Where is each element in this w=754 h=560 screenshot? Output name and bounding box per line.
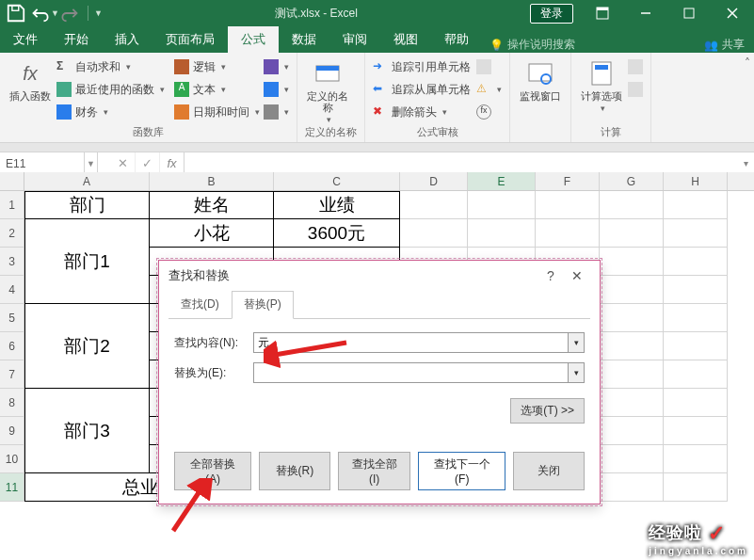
cell[interactable] (664, 473, 728, 502)
row-header-1[interactable]: 1 (0, 191, 24, 219)
cell[interactable] (400, 219, 468, 248)
find-dropdown-icon[interactable]: ▾ (568, 332, 585, 353)
cell[interactable] (600, 248, 664, 276)
insert-function-button[interactable]: fx 插入函数 (8, 56, 53, 102)
col-header-H[interactable]: H (664, 172, 728, 190)
share-button[interactable]: 👥 共享 (704, 37, 745, 53)
redo-icon[interactable] (61, 3, 82, 24)
tab-replace[interactable]: 替换(P) (232, 291, 294, 319)
cell[interactable] (468, 219, 536, 248)
minimize-icon[interactable] (624, 0, 667, 26)
datetime-button[interactable]: 日期和时间▾ (174, 102, 260, 122)
show-formulas-button[interactable] (476, 56, 502, 77)
autosum-button[interactable]: Σ自动求和▾ (56, 56, 165, 77)
replace-button[interactable]: 替换(R) (259, 452, 330, 490)
formula-input[interactable] (184, 152, 737, 174)
find-next-button[interactable]: 查找下一个(F) (418, 452, 505, 490)
cell[interactable] (664, 360, 728, 389)
find-input[interactable] (253, 332, 585, 353)
cell[interactable] (664, 332, 728, 360)
tab-home[interactable]: 开始 (51, 26, 102, 53)
lookup-button[interactable]: ▾ (264, 56, 289, 77)
tab-review[interactable]: 审阅 (329, 26, 380, 53)
cell[interactable] (24, 389, 150, 417)
cell[interactable] (664, 276, 728, 304)
row-header-2[interactable]: 2 (0, 219, 24, 248)
replace-dropdown-icon[interactable]: ▾ (568, 362, 585, 383)
cell[interactable]: 部门 (24, 191, 150, 219)
cell[interactable] (664, 417, 728, 445)
row-header-7[interactable]: 7 (0, 360, 24, 389)
cell[interactable] (664, 248, 728, 276)
watch-window-button[interactable]: 监视窗口 (518, 56, 563, 102)
qat-customize-icon[interactable]: ▼ (94, 8, 103, 18)
dialog-help-icon[interactable]: ? (537, 268, 564, 283)
row-header-9[interactable]: 9 (0, 417, 24, 445)
cell[interactable] (600, 191, 664, 219)
undo-icon[interactable] (28, 3, 49, 24)
replace-all-button[interactable]: 全部替换(A) (174, 452, 251, 490)
col-header-C[interactable]: C (274, 172, 400, 190)
more-fn-button[interactable]: ▾ (264, 102, 289, 122)
tab-view[interactable]: 视图 (380, 26, 431, 53)
close-button[interactable]: 关闭 (513, 452, 585, 490)
cell[interactable] (536, 191, 600, 219)
confirm-edit-icon[interactable]: ✓ (136, 152, 160, 174)
cell[interactable] (664, 191, 728, 219)
name-box[interactable]: E11 (0, 152, 85, 174)
cell[interactable] (24, 219, 150, 248)
fx-button[interactable]: fx (160, 152, 184, 174)
row-header-6[interactable]: 6 (0, 332, 24, 360)
name-box-dropdown-icon[interactable]: ▼ (85, 152, 98, 174)
cell[interactable] (600, 219, 664, 248)
col-header-D[interactable]: D (400, 172, 468, 190)
cell[interactable] (468, 191, 536, 219)
calc-options-button[interactable]: 计算选项 ▾ (579, 56, 624, 113)
cell[interactable] (400, 191, 468, 219)
cell[interactable] (24, 360, 150, 389)
row-header-8[interactable]: 8 (0, 389, 24, 417)
tab-layout[interactable]: 页面布局 (152, 26, 228, 53)
cell[interactable] (600, 304, 664, 332)
login-button[interactable]: 登录 (530, 4, 573, 24)
find-all-button[interactable]: 查找全部(I) (338, 452, 411, 490)
cell[interactable] (600, 417, 664, 445)
replace-input[interactable] (253, 362, 585, 383)
options-button[interactable]: 选项(T) >> (510, 398, 585, 424)
undo-dropdown-icon[interactable]: ▼ (51, 8, 59, 18)
col-header-A[interactable]: A (24, 172, 150, 190)
dialog-close-icon[interactable]: ✕ (564, 268, 590, 283)
calc-sheet-button[interactable] (628, 79, 643, 100)
cell[interactable] (664, 445, 728, 473)
row-header-4[interactable]: 4 (0, 276, 24, 304)
trace-precedents-button[interactable]: ➜追踪引用单元格 (373, 56, 471, 77)
cell[interactable] (24, 276, 150, 304)
cell[interactable]: 姓名 (150, 191, 274, 219)
cell[interactable] (600, 332, 664, 360)
cell[interactable]: 3600元 (274, 219, 400, 248)
cell[interactable] (600, 276, 664, 304)
cell[interactable]: 部门1 (24, 248, 150, 276)
defined-name-button[interactable]: 定义的名称 ▾ (305, 56, 350, 124)
tab-data[interactable]: 数据 (279, 26, 329, 53)
formula-expand-icon[interactable]: ▾ (737, 158, 754, 168)
row-header-5[interactable]: 5 (0, 304, 24, 332)
cell[interactable]: 业绩 (274, 191, 400, 219)
cell[interactable] (600, 389, 664, 417)
ribbon-collapse-icon[interactable]: ˄ (745, 56, 750, 70)
evaluate-button[interactable]: fx (476, 102, 502, 122)
cell[interactable]: 部门3 (24, 417, 150, 445)
col-header-E[interactable]: E (468, 172, 536, 190)
row-header-10[interactable]: 10 (0, 445, 24, 473)
logical-button[interactable]: 逻辑▾ (174, 56, 260, 77)
col-header-G[interactable]: G (600, 172, 664, 190)
cancel-edit-icon[interactable]: ✕ (111, 152, 136, 174)
recent-functions-button[interactable]: 最近使用的函数▾ (56, 79, 165, 100)
text-button[interactable]: A文本▾ (174, 79, 260, 100)
col-header-B[interactable]: B (150, 172, 274, 190)
cell[interactable] (664, 389, 728, 417)
cell[interactable] (600, 445, 664, 473)
financial-button[interactable]: 财务▾ (56, 102, 165, 122)
cell[interactable] (600, 360, 664, 389)
close-icon[interactable] (711, 0, 754, 26)
